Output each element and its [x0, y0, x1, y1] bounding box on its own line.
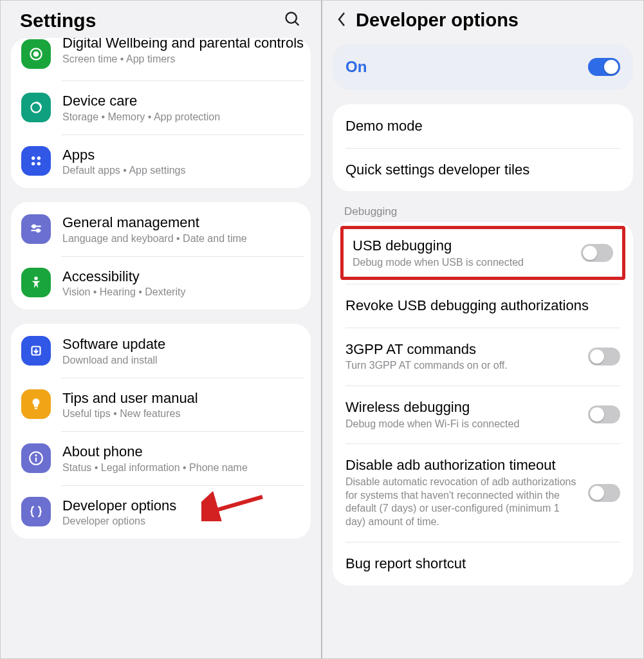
- item-title: Bug report shortcut: [345, 555, 466, 573]
- item-title: USB debugging: [353, 237, 573, 255]
- item-title: Digital Wellbeing and parental controls: [62, 38, 306, 52]
- item-subtitle: Vision • Hearing • Dexterity: [62, 286, 306, 298]
- settings-item-accessibility[interactable]: Accessibility Vision • Hearing • Dexteri…: [11, 256, 311, 310]
- item-subtitle: Disable automatic revocation of adb auth…: [345, 476, 580, 529]
- bulb-icon: [21, 389, 51, 419]
- svg-point-8: [37, 162, 41, 165]
- item-title: Disable adb authorization timeout: [345, 456, 580, 474]
- svg-rect-15: [35, 408, 37, 409]
- settings-item-developer-options[interactable]: Developer options Developer options: [11, 485, 311, 539]
- device-care-icon: [21, 93, 51, 122]
- settings-item-tips[interactable]: Tips and user manual Useful tips • New f…: [11, 378, 311, 432]
- svg-point-6: [37, 156, 41, 160]
- developer-options-pane: Developer options On Demo mode Quick set…: [322, 1, 643, 658]
- sliders-icon: [21, 214, 51, 244]
- heart-icon: [21, 39, 51, 69]
- dev-item-revoke-auth[interactable]: Revoke USB debugging authorizations: [333, 284, 633, 328]
- wireless-debugging-toggle[interactable]: [588, 405, 620, 423]
- svg-point-11: [33, 225, 35, 227]
- item-subtitle: Turn 3GPP AT commands on or off.: [345, 359, 580, 373]
- update-icon: [21, 336, 51, 366]
- svg-point-7: [32, 162, 35, 165]
- dev-item-usb-debugging[interactable]: USB debugging Debug mode when USB is con…: [333, 222, 633, 284]
- dev-item-adb-timeout[interactable]: Disable adb authorization timeout Disabl…: [333, 443, 633, 542]
- item-title: Apps: [62, 146, 306, 164]
- settings-item-general[interactable]: General management Language and keyboard…: [11, 202, 311, 256]
- item-title: Software update: [62, 335, 306, 353]
- item-title: Tips and user manual: [62, 389, 306, 407]
- item-title: Device care: [62, 92, 306, 110]
- item-title: About phone: [62, 443, 306, 461]
- dev-item-wireless-debugging[interactable]: Wireless debugging Debug mode when Wi-Fi…: [333, 385, 633, 443]
- item-subtitle: Developer options: [62, 515, 306, 527]
- item-subtitle: Screen time • App timers: [62, 53, 306, 65]
- item-subtitle: Default apps • App settings: [62, 165, 306, 176]
- settings-item-wellbeing[interactable]: Digital Wellbeing and parental controls …: [11, 38, 311, 80]
- settings-item-apps[interactable]: Apps Default apps • App settings: [11, 135, 311, 189]
- dev-item-3gpp[interactable]: 3GPP AT commands Turn 3GPP AT commands o…: [333, 328, 633, 385]
- settings-group: Digital Wellbeing and parental controls …: [11, 38, 311, 188]
- svg-rect-18: [35, 458, 37, 462]
- item-subtitle: Storage • Memory • App protection: [62, 111, 306, 123]
- svg-line-1: [295, 22, 299, 26]
- braces-icon: [21, 497, 51, 526]
- item-title: Accessibility: [62, 268, 306, 286]
- settings-item-about-phone[interactable]: About phone Status • Legal information •…: [11, 431, 311, 485]
- svg-point-3: [34, 52, 39, 57]
- search-icon[interactable]: [284, 10, 302, 31]
- settings-group: General management Language and keyboard…: [11, 202, 311, 310]
- dev-item-demo-mode[interactable]: Demo mode: [333, 104, 633, 148]
- settings-group: Software update Download and install Tip…: [11, 324, 311, 539]
- apps-icon: [21, 146, 51, 176]
- item-title: Revoke USB debugging authorizations: [345, 297, 589, 315]
- item-subtitle: Debug mode when USB is connected: [353, 256, 573, 270]
- page-title: Developer options: [356, 10, 519, 31]
- accessibility-icon: [21, 268, 51, 297]
- back-icon[interactable]: [336, 10, 347, 31]
- usb-debugging-toggle[interactable]: [581, 244, 613, 262]
- svg-point-17: [35, 454, 37, 456]
- svg-point-13: [34, 277, 37, 280]
- settings-header: Settings: [1, 1, 321, 38]
- item-subtitle: Download and install: [62, 355, 306, 366]
- item-title: Developer options: [62, 497, 306, 515]
- dev-item-bug-report[interactable]: Bug report shortcut: [333, 542, 633, 586]
- item-subtitle: Language and keyboard • Date and time: [62, 233, 306, 245]
- svg-point-12: [37, 229, 39, 232]
- master-toggle[interactable]: [588, 58, 620, 76]
- item-title: Demo mode: [345, 117, 423, 135]
- highlight-box: USB debugging Debug mode when USB is con…: [340, 226, 625, 280]
- 3gpp-toggle[interactable]: [588, 348, 620, 366]
- dev-group-debugging: USB debugging Debug mode when USB is con…: [333, 222, 633, 586]
- dev-master-toggle-row[interactable]: On: [333, 44, 633, 90]
- dev-header: Developer options: [322, 1, 643, 37]
- info-icon: [21, 443, 51, 473]
- item-subtitle: Status • Legal information • Phone name: [62, 462, 306, 474]
- item-title: 3GPP AT commands: [345, 340, 580, 358]
- settings-pane: Settings Digital Wellbeing and parental …: [1, 1, 322, 658]
- dev-group: Demo mode Quick settings developer tiles: [333, 104, 633, 191]
- master-label: On: [345, 58, 367, 76]
- item-subtitle: Debug mode when Wi-Fi is connected: [345, 418, 580, 431]
- item-title: General management: [62, 214, 306, 232]
- item-subtitle: Useful tips • New features: [62, 408, 306, 420]
- svg-point-0: [286, 13, 297, 23]
- page-title: Settings: [20, 10, 96, 32]
- item-title: Wireless debugging: [345, 398, 580, 416]
- settings-item-device-care[interactable]: Device care Storage • Memory • App prote…: [11, 80, 311, 135]
- section-label-debugging: Debugging: [322, 191, 643, 222]
- adb-timeout-toggle[interactable]: [588, 484, 620, 502]
- item-title: Quick settings developer tiles: [345, 161, 529, 179]
- svg-point-5: [32, 156, 35, 160]
- dev-item-quick-tiles[interactable]: Quick settings developer tiles: [333, 148, 633, 192]
- settings-item-software-update[interactable]: Software update Download and install: [11, 324, 311, 378]
